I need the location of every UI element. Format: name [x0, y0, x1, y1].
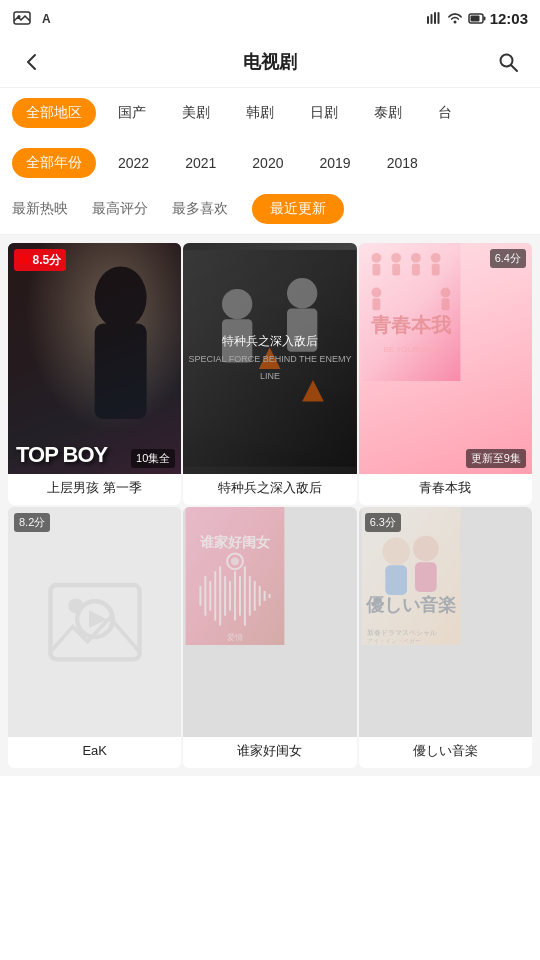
card-thumb-eak: 8.2分	[8, 507, 181, 738]
card-title-japan: 優しい音楽	[363, 742, 528, 760]
poster-eak	[8, 507, 181, 738]
font-icon: A	[38, 10, 58, 26]
episode-badge-topboy: 10集全	[131, 449, 175, 468]
svg-rect-15	[95, 324, 147, 419]
svg-rect-6	[437, 12, 439, 24]
status-time: 12:03	[426, 10, 528, 27]
poster-topboy-bg: TOP BOY	[8, 243, 181, 474]
svg-point-30	[430, 253, 440, 263]
svg-point-32	[371, 287, 381, 297]
svg-point-26	[391, 253, 401, 263]
region-filter-3[interactable]: 韩剧	[232, 98, 288, 128]
svg-rect-10	[470, 16, 479, 22]
year-filter-1[interactable]: 2022	[104, 149, 163, 177]
sort-recent[interactable]: 最近更新	[252, 194, 344, 224]
card-info-musical: 谁家好闺女	[183, 737, 356, 768]
card-info-eak: EaK	[8, 737, 181, 768]
svg-text:アイ・イン・ベガー: アイ・イン・ベガー	[366, 638, 420, 644]
year-filter-2[interactable]: 2021	[171, 149, 230, 177]
region-filter-5[interactable]: 泰剧	[360, 98, 416, 128]
score-badge-japan: 6.3分	[365, 513, 401, 532]
svg-point-17	[222, 289, 252, 319]
sort-row: 最新热映 最高评分 最多喜欢 最近更新	[0, 188, 540, 235]
poster-topboy: TOP BOY	[8, 243, 181, 474]
card-info-special: 特种兵之深入敌后	[183, 474, 356, 505]
card-title-eak: EaK	[12, 742, 177, 760]
svg-point-19	[287, 278, 317, 308]
episode-badge-youth: 更新至9集	[466, 449, 526, 468]
score-badge-youth: 6.4分	[490, 249, 526, 268]
poster-eak-bg	[8, 507, 181, 738]
card-title-topboy: 上层男孩 第一季	[12, 479, 177, 497]
sort-popular[interactable]: 最多喜欢	[172, 200, 228, 218]
svg-text:A: A	[42, 12, 51, 25]
region-filter-all[interactable]: 全部地区	[12, 98, 96, 128]
svg-rect-33	[372, 298, 380, 310]
poster-musical: 谁家好闺女	[183, 507, 356, 738]
svg-point-14	[95, 266, 147, 328]
poster-youth-bg: 青春本我 BE YOURSELF	[359, 243, 532, 474]
card-special[interactable]: 特种兵之深入敌后SPECIAL FORCE BEHIND THE ENEMY L…	[183, 243, 356, 505]
region-filter-2[interactable]: 美剧	[168, 98, 224, 128]
svg-point-65	[382, 537, 410, 565]
card-eak[interactable]: 8.2分 EaK	[8, 507, 181, 769]
status-icons-left: A	[12, 10, 58, 26]
svg-text:谁家好闺女: 谁家好闺女	[200, 533, 271, 549]
svg-rect-27	[392, 264, 400, 276]
svg-rect-35	[441, 298, 449, 310]
svg-rect-5	[434, 12, 436, 24]
card-topboy[interactable]: TOP BOY N 8.5分 10集全 上层男孩 第一季	[8, 243, 181, 505]
card-thumb-japan: 優しい音楽 新春ドラマスペシャル アイ・イン・ベガー 6.3分	[359, 507, 532, 738]
card-thumb-special: 特种兵之深入敌后SPECIAL FORCE BEHIND THE ENEMY L…	[183, 243, 356, 474]
content-grid: TOP BOY N 8.5分 10集全 上层男孩 第一季	[0, 235, 540, 776]
svg-rect-29	[412, 264, 420, 276]
poster-special-bg: 特种兵之深入敌后SPECIAL FORCE BEHIND THE ENEMY L…	[183, 243, 356, 474]
card-info-youth: 青春本我	[359, 474, 532, 505]
svg-text:新春ドラマスペシャル: 新春ドラマスペシャル	[366, 629, 436, 636]
svg-point-28	[411, 253, 421, 263]
year-filter-3[interactable]: 2020	[238, 149, 297, 177]
topboy-poster-text: TOP BOY	[16, 444, 107, 466]
svg-rect-25	[372, 264, 380, 276]
sort-newest[interactable]: 最新热映	[12, 200, 68, 218]
card-title-youth: 青春本我	[363, 479, 528, 497]
svg-rect-31	[431, 264, 439, 276]
svg-line-12	[511, 65, 517, 71]
svg-text:青春本我: 青春本我	[371, 314, 452, 336]
card-thumb-musical: 谁家好闺女	[183, 507, 356, 738]
svg-rect-3	[427, 16, 429, 24]
year-filter-all[interactable]: 全部年份	[12, 148, 96, 178]
page-title: 电视剧	[243, 50, 297, 74]
svg-text:爱情: 爱情	[227, 633, 243, 642]
svg-text:優しい音楽: 優しい音楽	[365, 593, 456, 614]
card-info-topboy: 上层男孩 第一季	[8, 474, 181, 505]
region-filter-4[interactable]: 日剧	[296, 98, 352, 128]
year-filter-5[interactable]: 2018	[373, 149, 432, 177]
card-thumb-topboy: TOP BOY N 8.5分 10集全	[8, 243, 181, 474]
poster-youth: 青春本我 BE YOURSELF	[359, 243, 532, 474]
back-button[interactable]	[16, 46, 48, 78]
filter-section: 全部地区 国产 美剧 韩剧 日剧 泰剧 台 全部年份 2022 2021 202…	[0, 88, 540, 188]
svg-rect-9	[483, 17, 485, 21]
card-title-musical: 谁家好闺女	[187, 742, 352, 760]
region-filter-row: 全部地区 国产 美剧 韩剧 日剧 泰剧 台	[12, 88, 528, 138]
year-filter-row: 全部年份 2022 2021 2020 2019 2018	[12, 138, 528, 188]
score-badge-topboy: N 8.5分	[14, 249, 66, 271]
special-poster-text: 特种兵之深入敌后SPECIAL FORCE BEHIND THE ENEMY L…	[183, 329, 356, 387]
sort-rating[interactable]: 最高评分	[92, 200, 148, 218]
card-youth[interactable]: 青春本我 BE YOURSELF 6.4分 更新至9集 青春本我	[359, 243, 532, 505]
clock-time: 12:03	[490, 10, 528, 27]
card-musical[interactable]: 谁家好闺女	[183, 507, 356, 769]
gallery-icon	[12, 10, 32, 26]
svg-point-41	[68, 598, 83, 613]
svg-text:BE YOURSELF: BE YOURSELF	[383, 345, 438, 354]
card-title-special: 特种兵之深入敌后	[187, 479, 352, 497]
poster-special: 特种兵之深入敌后SPECIAL FORCE BEHIND THE ENEMY L…	[183, 243, 356, 474]
card-japan[interactable]: 優しい音楽 新春ドラマスペシャル アイ・イン・ベガー 6.3分 優しい音楽	[359, 507, 532, 769]
region-filter-1[interactable]: 国产	[104, 98, 160, 128]
status-bar: A 12:03	[0, 0, 540, 36]
svg-point-24	[371, 253, 381, 263]
year-filter-4[interactable]: 2019	[305, 149, 364, 177]
search-button[interactable]	[492, 46, 524, 78]
region-filter-6[interactable]: 台	[424, 98, 466, 128]
